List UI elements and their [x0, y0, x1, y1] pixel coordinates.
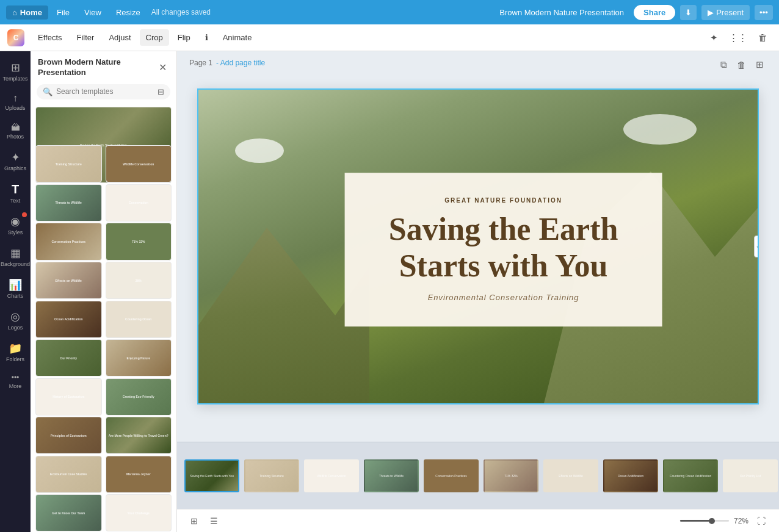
- filmstrip-slide-5[interactable]: Conservation Practices: [424, 459, 479, 492]
- filter-icon[interactable]: ⊟: [158, 87, 164, 96]
- fullscreen-button[interactable]: ⛶: [753, 514, 769, 528]
- filmstrip-slide-4[interactable]: Threats to Wildlife: [364, 459, 419, 492]
- canvas-actions: ⧉ 🗑 ⊞: [717, 57, 767, 72]
- share-button[interactable]: Share: [634, 5, 675, 20]
- notes-button[interactable]: ☰: [206, 514, 222, 528]
- sidebar-item-styles[interactable]: ◉ Styles: [1, 210, 29, 240]
- sidebar-item-more[interactable]: ••• More: [1, 368, 29, 394]
- template-item[interactable]: Creating Eco-Friendly: [106, 378, 172, 415]
- resize-handle[interactable]: ‹›: [754, 235, 759, 257]
- sidebar-item-charts[interactable]: 📊 Charts: [1, 273, 29, 304]
- styles-icon: ◉: [10, 215, 20, 228]
- crop-button[interactable]: Crop: [140, 29, 169, 46]
- template-item[interactable]: Countering Ocean: [106, 301, 172, 338]
- slide-canvas[interactable]: GREAT NATURE FOUNDATION Saving the Earth…: [197, 88, 759, 404]
- filter-button[interactable]: Filter: [71, 29, 101, 46]
- more-options-button[interactable]: •••: [755, 5, 773, 20]
- zoom-slider[interactable]: [680, 520, 729, 522]
- search-bar: 🔍 ⊟: [37, 84, 170, 99]
- resize-menu[interactable]: Resize: [110, 5, 147, 20]
- magic-icon[interactable]: ✦: [706, 29, 722, 46]
- filmstrip-slide-2[interactable]: Training Structure: [244, 459, 299, 492]
- sidebar-item-photos[interactable]: 🏔 Photos: [1, 117, 29, 145]
- sidebar-item-templates[interactable]: ⊞ Templates: [1, 56, 29, 87]
- home-icon: ⌂: [12, 8, 17, 17]
- filmstrip-slide-3[interactable]: Wildlife Conservation: [304, 459, 359, 492]
- file-menu[interactable]: File: [51, 5, 76, 20]
- more-icon: •••: [12, 373, 20, 382]
- template-item[interactable]: Are More People Willing to Travel Green?: [106, 417, 172, 454]
- slide-foundation-label: GREAT NATURE FOUNDATION: [375, 197, 632, 204]
- template-item[interactable]: 26%: [106, 262, 172, 299]
- sidebar-item-folders[interactable]: 📁 Folders: [1, 337, 29, 367]
- background-icon: ▦: [10, 246, 21, 260]
- trash-icon[interactable]: 🗑: [754, 29, 772, 46]
- delete-page-button[interactable]: 🗑: [734, 57, 749, 72]
- home-button[interactable]: ⌂ Home: [6, 5, 48, 20]
- template-item[interactable]: Effects on Wildlife: [35, 262, 102, 299]
- filmstrip-slide-7[interactable]: Effects on Wildlife: [543, 459, 598, 492]
- present-button[interactable]: ▶ Present: [701, 5, 750, 20]
- filmstrip-slide-10[interactable]: Our Priority List: [723, 459, 778, 492]
- filmstrip-slide-6[interactable]: 71% 32%: [484, 459, 538, 492]
- more-icon: •••: [759, 8, 768, 17]
- grid-view-button[interactable]: ⊞: [187, 514, 201, 528]
- snow-patch-2: [623, 114, 697, 145]
- text-icon: T: [12, 182, 19, 196]
- panel-header: Brown Modern Nature Presentation ✕: [31, 51, 176, 82]
- canvas-area: Page 1 - Add page title ⧉ 🗑 ⊞ GREAT NATU…: [177, 51, 779, 532]
- effects-button[interactable]: Effects: [32, 29, 68, 46]
- template-item[interactable]: Threats to Wildlife: [35, 184, 102, 221]
- template-item[interactable]: Your Challenge: [106, 494, 172, 531]
- filmstrip-slide-8[interactable]: Ocean Acidification: [603, 459, 658, 492]
- search-input[interactable]: [56, 87, 154, 96]
- flip-button[interactable]: Flip: [172, 29, 197, 46]
- left-sidebar: ⊞ Templates ↑ Uploads 🏔 Photos ✦ Graphic…: [0, 51, 31, 532]
- template-item[interactable]: Conservation Practices: [35, 223, 102, 260]
- template-item[interactable]: Get to Know Our Team: [35, 494, 102, 531]
- download-icon: ⬇: [685, 8, 692, 17]
- template-item[interactable]: Conservation: [106, 184, 172, 221]
- sidebar-item-graphics[interactable]: ✦ Graphics: [1, 146, 29, 176]
- top-navigation: ⌂ Home File View Resize All changes save…: [0, 0, 779, 24]
- uploads-icon: ↑: [13, 93, 18, 104]
- main-layout: ⊞ Templates ↑ Uploads 🏔 Photos ✦ Graphic…: [0, 51, 779, 532]
- template-item[interactable]: History of Ecotourism: [35, 378, 102, 415]
- download-button[interactable]: ⬇: [680, 5, 697, 20]
- charts-icon: 📊: [9, 278, 22, 292]
- template-item[interactable]: 71% 32%: [106, 223, 172, 260]
- filmstrip-slide-9[interactable]: Countering Ocean Acidification: [663, 459, 718, 492]
- panel-title: Brown Modern Nature Presentation: [38, 57, 156, 78]
- template-item[interactable]: Our Priority: [35, 339, 102, 376]
- template-item[interactable]: Marianna Joyner: [106, 456, 172, 493]
- filmstrip-slide-1[interactable]: Saving the Earth Starts with You: [184, 459, 239, 492]
- photos-icon: 🏔: [11, 122, 20, 132]
- sidebar-item-uploads[interactable]: ↑ Uploads: [1, 88, 29, 116]
- templates-icon: ⊞: [11, 61, 20, 74]
- add-page-button[interactable]: ⊞: [753, 57, 767, 72]
- template-item[interactable]: Wildlife Conservation: [106, 145, 172, 182]
- canvas-workspace: Page 1 - Add page title ⧉ 🗑 ⊞ GREAT NATU…: [177, 51, 779, 442]
- sidebar-item-text[interactable]: T Text: [1, 178, 29, 209]
- info-button[interactable]: ℹ: [199, 29, 214, 46]
- template-grid: Saving the Earth Starts with YouTraining…: [31, 104, 176, 532]
- template-panel: Brown Modern Nature Presentation ✕ 🔍 ⊟ S…: [31, 51, 177, 532]
- template-item[interactable]: Ecotourism Case Studies: [35, 456, 102, 493]
- panel-close-button[interactable]: ✕: [156, 60, 169, 74]
- sidebar-item-background[interactable]: ▦ Background: [1, 242, 29, 272]
- view-menu[interactable]: View: [78, 5, 107, 20]
- page-label: Page 1 - Add page title: [189, 59, 265, 67]
- template-item[interactable]: Ocean Acidification: [35, 301, 102, 338]
- zoom-fill: [680, 520, 712, 522]
- logos-icon: ◎: [10, 310, 20, 323]
- animate-button[interactable]: Animate: [217, 29, 258, 46]
- grid-icon[interactable]: ⋮⋮: [725, 29, 752, 46]
- add-page-title[interactable]: - Add page title: [216, 59, 265, 67]
- sidebar-item-logos[interactable]: ◎ Logos: [1, 305, 29, 336]
- copy-page-button[interactable]: ⧉: [717, 57, 730, 72]
- slide-text-overlay[interactable]: GREAT NATURE FOUNDATION Saving the Earth…: [345, 173, 662, 326]
- template-item[interactable]: Principles of Ecotourism: [35, 417, 102, 454]
- template-item[interactable]: Training Structure: [35, 145, 102, 182]
- adjust-button[interactable]: Adjust: [103, 29, 137, 46]
- template-item[interactable]: Enjoying Nature: [106, 339, 172, 376]
